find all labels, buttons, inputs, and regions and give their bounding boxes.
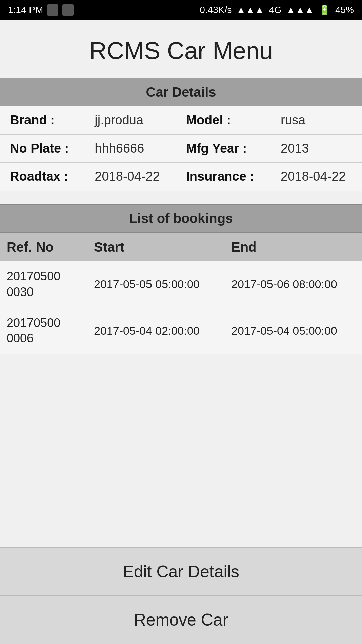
main-spacer [0,354,362,547]
status-time: 1:14 PM [8,5,43,15]
roadtax-value: 2018-04-22 [84,163,176,191]
car-details-row-roadtax-insurance: Roadtax : 2018-04-22 Insurance : 2018-04… [0,163,362,191]
status-icon-1 [47,4,58,16]
col-header-refno: Ref. No [0,233,87,261]
status-left: 1:14 PM [8,4,74,16]
remove-car-button[interactable]: Remove Car [0,596,362,644]
col-header-start: Start [87,233,225,261]
model-value: rusa [270,106,362,135]
brand-label: Brand : [0,106,84,135]
bottom-buttons: Edit Car Details Remove Car [0,547,362,644]
status-signal-icon: ▲▲▲ [236,5,264,15]
status-right: 0.43K/s ▲▲▲ 4G ▲▲▲ 🔋 45% [200,5,354,16]
brand-value: jj.produa [84,106,176,135]
booking-end-0: 2017-05-06 08:00:00 [225,278,362,291]
noplate-value: hhh6666 [84,135,176,163]
roadtax-label: Roadtax : [0,163,84,191]
noplate-label: No Plate : [0,135,84,163]
mfgyear-label: Mfg Year : [176,135,270,163]
booking-row-1: 20170500 0006 2017-05-04 02:00:00 2017-0… [0,308,362,355]
status-icon-2 [62,4,74,16]
mfgyear-value: 2013 [270,135,362,163]
bookings-list: 20170500 0030 2017-05-05 05:00:00 2017-0… [0,261,362,354]
booking-start-1: 2017-05-04 02:00:00 [87,324,225,337]
status-bar: 1:14 PM 0.43K/s ▲▲▲ 4G ▲▲▲ 🔋 45% [0,0,362,20]
status-network-type: 4G [269,5,281,15]
bookings-section-header: List of bookings [0,204,362,233]
status-network-speed: 0.43K/s [200,5,232,15]
car-details-row-plate-year: No Plate : hhh6666 Mfg Year : 2013 [0,135,362,163]
booking-ref-1: 20170500 0006 [0,315,87,347]
section-spacer-1 [0,191,362,204]
edit-car-details-button[interactable]: Edit Car Details [0,547,362,596]
insurance-label: Insurance : [176,163,270,191]
booking-row-0: 20170500 0030 2017-05-05 05:00:00 2017-0… [0,261,362,308]
col-header-end: End [225,233,362,261]
booking-ref-0: 20170500 0030 [0,269,87,300]
booking-end-1: 2017-05-04 05:00:00 [225,324,362,337]
model-label: Model : [176,106,270,135]
status-battery-pct: 45% [335,5,354,15]
bookings-column-headers: Ref. No Start End [0,233,362,261]
insurance-value: 2018-04-22 [270,163,362,191]
car-details-section-header: Car Details [0,78,362,106]
car-details-table: Brand : jj.produa Model : rusa No Plate … [0,106,362,191]
status-battery-icon: 🔋 [319,5,330,16]
app-title: RCMS Car Menu [0,20,362,78]
car-details-row-brand-model: Brand : jj.produa Model : rusa [0,106,362,135]
booking-start-0: 2017-05-05 05:00:00 [87,278,225,291]
status-signal-icon2: ▲▲▲ [286,5,314,15]
